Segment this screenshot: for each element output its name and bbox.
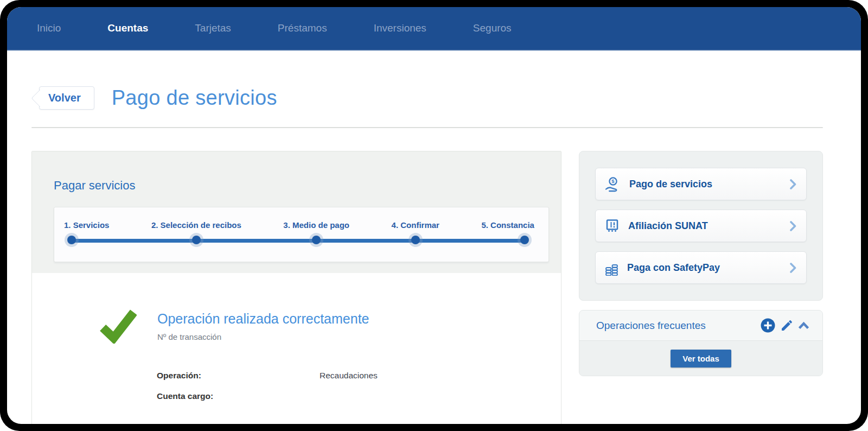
- detail-row-cuenta-cargo: Cuenta cargo:: [157, 391, 545, 401]
- card-body: Operación realizada correctamente Nº de …: [32, 273, 561, 424]
- transaction-number-label: Nº de transacción: [157, 332, 369, 341]
- chevron-right-icon: [790, 179, 796, 189]
- step-label: 2. Selección de recibos: [151, 220, 241, 230]
- shortcut-paga-con-safetypay[interactable]: Paga con SafetyPay: [595, 251, 807, 284]
- chevron-right-icon: [790, 263, 796, 273]
- nav-item-cuentas[interactable]: Cuentas: [107, 22, 148, 34]
- chevron-up-icon: [798, 321, 809, 329]
- shortcut-label: Pago de servicios: [629, 179, 712, 190]
- pay-services-card: Pagar servicios 1. Servicios 2. Selecció…: [31, 151, 561, 424]
- nav-item-inicio[interactable]: Inicio: [37, 22, 61, 34]
- step-label: 1. Servicios: [64, 220, 109, 230]
- top-navigation: Inicio Cuentas Tarjetas Préstamos Invers…: [7, 7, 861, 50]
- result-heading: Operación realizada correctamente: [157, 311, 369, 327]
- shortcut-label: Paga con SafetyPay: [627, 262, 720, 274]
- shortcut-label: Afiliación SUNAT: [628, 220, 708, 232]
- plus-circle-icon: [761, 318, 775, 333]
- page-content: Volver Pago de servicios Pagar servicios…: [7, 86, 861, 424]
- nav-item-inversiones[interactable]: Inversiones: [374, 22, 426, 34]
- view-all-button[interactable]: Ver todas: [671, 350, 731, 367]
- detail-label: Operación:: [157, 371, 320, 381]
- pencil-icon: [780, 319, 793, 332]
- frequent-operations-title: Operaciones frecuentes: [596, 320, 706, 332]
- sidebar: $ Pago de servicios: [579, 151, 823, 376]
- content-columns: Pagar servicios 1. Servicios 2. Selecció…: [31, 151, 823, 424]
- coin-hand-icon: $: [604, 176, 621, 192]
- step-confirmar: 4. Confirmar: [392, 220, 439, 244]
- screenshot-frame: Inicio Cuentas Tarjetas Préstamos Invers…: [0, 0, 868, 431]
- operation-details: Operación: Recaudaciones Cuenta cargo:: [157, 371, 545, 401]
- step-label: 3. Medio de pago: [283, 220, 349, 230]
- back-button[interactable]: Volver: [39, 86, 94, 110]
- success-check-icon: [100, 307, 137, 344]
- card-header: Pagar servicios 1. Servicios 2. Selecció…: [32, 151, 561, 273]
- title-divider: [31, 127, 823, 128]
- card-title: Pagar servicios: [54, 179, 549, 193]
- detail-label: Cuenta cargo:: [157, 391, 320, 401]
- step-dot: [192, 236, 201, 244]
- shortcuts-panel: $ Pago de servicios: [579, 151, 823, 301]
- shortcut-afiliacion-sunat[interactable]: Afiliación SUNAT: [595, 210, 807, 242]
- frequent-operations-body: Ver todas: [579, 341, 822, 376]
- shortcut-pago-de-servicios[interactable]: $ Pago de servicios: [595, 168, 807, 200]
- frequent-operations-panel: Operaciones frecuentes: [579, 310, 823, 376]
- detail-value: Recaudaciones: [320, 371, 378, 381]
- progress-stepper: 1. Servicios 2. Selección de recibos 3. …: [54, 207, 549, 262]
- nav-item-seguros[interactable]: Seguros: [473, 22, 512, 34]
- step-dot: [67, 236, 76, 244]
- back-button-label: Volver: [48, 92, 81, 104]
- nav-item-prestamos[interactable]: Préstamos: [278, 22, 327, 34]
- step-label: 5. Constancia: [481, 220, 534, 230]
- svg-text:$: $: [611, 178, 615, 184]
- step-label: 4. Confirmar: [392, 220, 439, 230]
- step-constancia: 5. Constancia: [481, 220, 534, 244]
- receipt-alert-icon: [604, 218, 620, 234]
- nav-item-tarjetas[interactable]: Tarjetas: [195, 22, 231, 34]
- collapse-panel-button[interactable]: [798, 321, 809, 329]
- step-servicios: 1. Servicios: [64, 220, 109, 244]
- step-dot: [411, 236, 420, 244]
- frequent-operations-header: Operaciones frecuentes: [579, 310, 822, 341]
- step-seleccion-de-recibos: 2. Selección de recibos: [151, 220, 241, 244]
- edit-operations-button[interactable]: [780, 319, 793, 332]
- add-operation-button[interactable]: [761, 318, 775, 333]
- app-window: Inicio Cuentas Tarjetas Préstamos Invers…: [7, 7, 861, 424]
- coin-stack-icon: [604, 260, 619, 276]
- page-title: Pago de servicios: [112, 86, 277, 110]
- step-medio-de-pago: 3. Medio de pago: [283, 220, 349, 244]
- frequent-operations-actions: [761, 318, 809, 333]
- step-dot: [312, 236, 321, 244]
- step-dot: [520, 236, 529, 244]
- page-header: Volver Pago de servicios: [31, 86, 823, 110]
- operation-result: Operación realizada correctamente Nº de …: [100, 307, 545, 344]
- chevron-right-icon: [790, 221, 796, 231]
- detail-row-operacion: Operación: Recaudaciones: [157, 371, 545, 381]
